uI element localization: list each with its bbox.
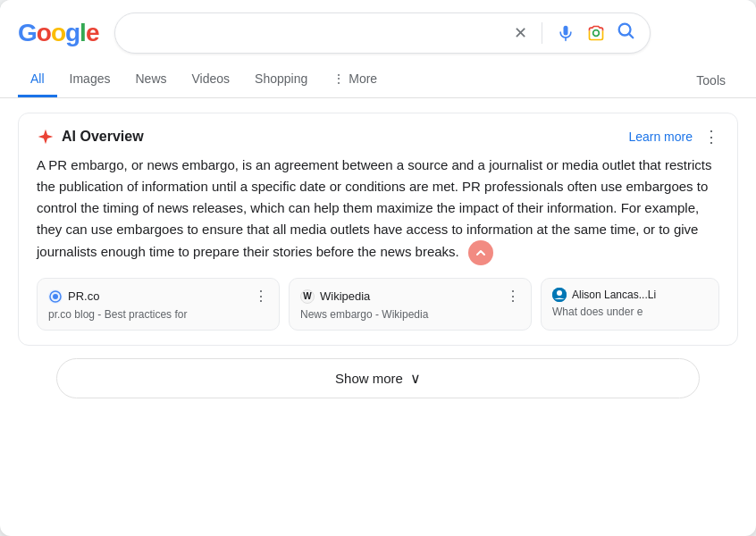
search-icons: ✕	[512, 21, 635, 46]
source-card-prco[interactable]: PR.co ⋮ pr.co blog - Best practices for	[37, 278, 280, 331]
wiki-more-button[interactable]: ⋮	[506, 288, 520, 305]
prco-favicon	[48, 289, 63, 304]
tab-videos[interactable]: Videos	[180, 63, 243, 97]
wiki-favicon: W	[300, 289, 315, 304]
show-more-section: Show more ∨	[18, 358, 738, 398]
search-submit-button[interactable]	[616, 21, 635, 46]
dots-icon: ⋮	[332, 71, 345, 86]
source-card-alison-header: Alison Lancas...Li	[552, 288, 708, 302]
show-more-label: Show more	[335, 371, 403, 386]
ai-overview-more-button[interactable]: ⋮	[703, 129, 719, 145]
alison-name: Alison Lancas...Li	[572, 289, 656, 301]
ai-overview-header: AI Overview Learn more ⋮	[37, 128, 719, 146]
tab-shopping[interactable]: Shopping	[242, 63, 320, 97]
source-name-prco: PR.co	[48, 289, 99, 304]
svg-point-8	[557, 290, 562, 296]
ai-sparkle-icon	[37, 128, 55, 146]
source-card-prco-header: PR.co ⋮	[48, 288, 268, 305]
microphone-button[interactable]	[555, 22, 576, 44]
wiki-name: Wikipedia	[320, 289, 370, 303]
search-header: Google what is a pr embargo ✕	[0, 0, 756, 54]
prco-more-button[interactable]: ⋮	[254, 288, 268, 305]
chevron-down-icon: ∨	[410, 370, 421, 387]
show-more-button[interactable]: Show more ∨	[56, 358, 700, 398]
lens-button[interactable]	[585, 22, 607, 44]
svg-point-6	[53, 294, 58, 299]
clear-button[interactable]: ✕	[512, 21, 529, 45]
main-content: AI Overview Learn more ⋮ A PR embargo, o…	[0, 98, 756, 413]
tab-news[interactable]: News	[122, 63, 179, 97]
ai-overview-label: AI Overview	[62, 129, 144, 145]
wiki-description: News embargo - Wikipedia	[300, 308, 520, 321]
tab-images[interactable]: Images	[57, 63, 123, 97]
search-bar: what is a pr embargo ✕	[114, 13, 651, 54]
ai-overview-body: A PR embargo, or news embargo, is an agr…	[37, 155, 719, 265]
tab-more[interactable]: ⋮ More	[320, 63, 390, 97]
source-name-wiki: W Wikipedia	[300, 289, 370, 304]
ai-overview-card: AI Overview Learn more ⋮ A PR embargo, o…	[18, 113, 738, 346]
prco-description: pr.co blog - Best practices for	[48, 308, 268, 321]
nav-tabs: All Images News Videos Shopping ⋮ More T…	[0, 63, 756, 98]
tools-button[interactable]: Tools	[684, 64, 738, 96]
source-name-alison: Alison Lancas...Li	[552, 288, 656, 302]
tab-all[interactable]: All	[18, 63, 57, 97]
ai-overview-title: AI Overview	[37, 128, 144, 146]
svg-line-4	[630, 34, 634, 38]
collapse-button[interactable]	[468, 240, 493, 265]
search-input[interactable]: what is a pr embargo	[130, 25, 512, 41]
source-card-alison[interactable]: Alison Lancas...Li What does under e	[541, 278, 719, 331]
ai-overview-actions: Learn more ⋮	[628, 129, 719, 145]
browser-window: Google what is a pr embargo ✕	[0, 0, 756, 536]
divider	[542, 22, 542, 44]
source-card-wikipedia[interactable]: W Wikipedia ⋮ News embargo - Wikipedia	[289, 278, 532, 331]
learn-more-button[interactable]: Learn more	[628, 130, 693, 144]
svg-rect-0	[564, 26, 568, 36]
alison-favicon	[552, 288, 567, 302]
google-logo: Google	[18, 19, 98, 47]
source-cards: PR.co ⋮ pr.co blog - Best practices for …	[37, 278, 719, 331]
svg-point-2	[593, 30, 600, 37]
prco-name: PR.co	[68, 289, 99, 303]
alison-description: What does under e	[552, 306, 708, 318]
source-card-wiki-header: W Wikipedia ⋮	[300, 288, 520, 305]
